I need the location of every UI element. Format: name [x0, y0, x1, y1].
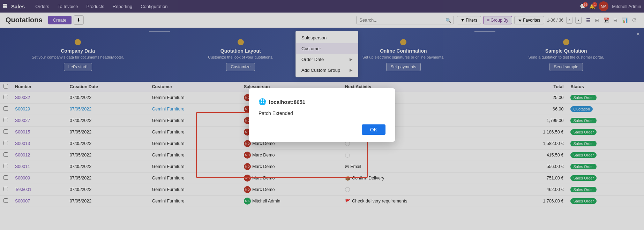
modal-ok-button[interactable]: OK: [362, 124, 385, 135]
globe-icon: 🌐: [259, 98, 266, 106]
modal-title: localhost:8051: [269, 99, 305, 105]
modal-footer: OK: [259, 124, 385, 135]
modal-backdrop: 🌐 localhost:8051 Patch Extended OK: [0, 0, 644, 230]
modal-body: Patch Extended: [259, 110, 385, 116]
alert-dialog: 🌐 localhost:8051 Patch Extended OK: [249, 88, 395, 142]
modal-header: 🌐 localhost:8051: [259, 98, 385, 106]
